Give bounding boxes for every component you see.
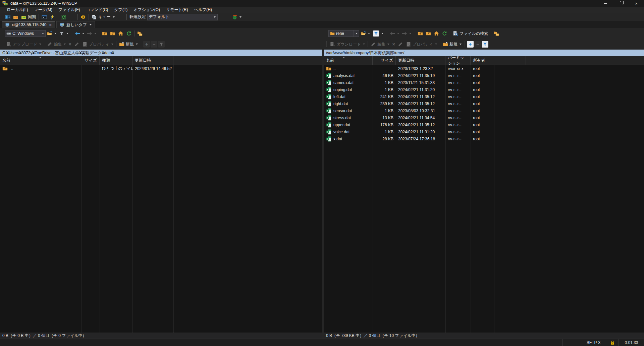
menu-item[interactable]: コマンド(C) <box>83 7 111 13</box>
remote-properties-button[interactable]: プロパティ <box>405 41 438 48</box>
remote-root-directory-button[interactable] <box>424 30 432 37</box>
remote-new-button[interactable]: 新規 <box>441 41 463 48</box>
combo-dropdown-button[interactable] <box>40 30 45 37</box>
synchronize-browsing-button[interactable] <box>12 14 20 20</box>
status-encryption[interactable] <box>606 339 619 346</box>
file-row[interactable]: right.dat239 KB2024/02/21 11:35:12rw-r--… <box>324 100 644 107</box>
file-row[interactable]: ..ひとつ上のディレクトリ2024/01/29 14:49:52 <box>0 65 322 72</box>
local-refresh-button[interactable] <box>125 30 133 37</box>
local-unselect-button[interactable]: − <box>151 41 157 48</box>
toolbar-grip[interactable] <box>77 14 78 20</box>
column-header-permissions[interactable]: パーミッション <box>445 56 471 65</box>
restore-button[interactable] <box>613 0 629 7</box>
local-home-directory-button[interactable] <box>117 30 125 37</box>
remote-parent-directory-button[interactable] <box>416 30 424 37</box>
file-row[interactable]: stress.dat13 KB2024/02/21 11:34:54rw-r--… <box>324 114 644 121</box>
toolbar-grip[interactable] <box>2 42 3 47</box>
upload-button[interactable]: アップロード <box>5 41 43 48</box>
file-row[interactable]: x.dat28 KB2023/07/24 17:36:18rw-r--r--ro… <box>324 135 644 142</box>
local-drive-combobox[interactable]: C: Windows <box>5 30 46 37</box>
local-copy-path-button[interactable] <box>136 30 144 37</box>
open-putty-button[interactable] <box>48 14 56 20</box>
column-header-owner[interactable]: 所有者 <box>471 56 494 65</box>
toolbar-grip[interactable] <box>141 42 142 47</box>
remote-forward-button[interactable] <box>400 30 413 37</box>
synchronize-button[interactable]: 同期 <box>20 13 37 20</box>
remote-unselect-button[interactable]: − <box>474 41 481 48</box>
combo-dropdown-button[interactable] <box>212 14 217 20</box>
remote-delete-button[interactable]: × <box>391 41 396 47</box>
file-row[interactable]: left.dat241 KB2024/02/21 11:35:12rw-r--r… <box>324 93 644 100</box>
close-button[interactable]: × <box>629 0 644 7</box>
remote-home-directory-button[interactable] <box>432 30 440 37</box>
column-header-name[interactable]: 名前 <box>324 56 373 65</box>
file-row[interactable]: sensor.dat1 KB2023/08/03 10:32:31rw-r--r… <box>324 107 644 114</box>
file-row[interactable]: upper.dat176 KB2024/02/21 11:35:12rw-r--… <box>324 121 644 128</box>
local-forward-button[interactable] <box>86 30 98 37</box>
remote-filter-button[interactable] <box>371 30 385 37</box>
toolbar-grip[interactable] <box>464 42 465 47</box>
menu-item[interactable]: ヘルプ(H) <box>191 7 215 13</box>
session-tab[interactable]: xi@133.55.115.240 × <box>2 21 55 28</box>
menu-item[interactable]: ファイル(F) <box>55 7 83 13</box>
local-root-directory-button[interactable] <box>109 30 117 37</box>
toolbar-grip[interactable] <box>386 31 387 36</box>
local-delete-button[interactable]: × <box>67 41 72 47</box>
local-new-button[interactable]: 新規 <box>118 41 139 48</box>
toolbar-grip[interactable] <box>414 31 415 36</box>
file-row[interactable]: ..2023/12/03 1:23:32rwxr-xr-xroot <box>324 65 644 72</box>
menu-item[interactable]: マーク(M) <box>31 7 56 13</box>
local-open-directory-button[interactable] <box>46 30 58 37</box>
local-path-bar[interactable]: C:¥Users¥8072y¥OneDrive - 富山県立大学¥実験データ¥d… <box>0 50 322 56</box>
tab-close-button[interactable]: × <box>49 22 52 27</box>
remote-path-bar[interactable]: /var/www/html/company/日本海倶楽部/rene/ <box>324 50 644 56</box>
file-row[interactable]: voice.dat1 KB2024/02/21 11:31:20rw-r--r-… <box>324 128 644 135</box>
toolbar-grip[interactable] <box>228 14 229 20</box>
minimize-button[interactable] <box>598 0 613 7</box>
local-selection-filter-button[interactable] <box>158 41 165 48</box>
remote-edit-button[interactable]: 編集 <box>369 41 391 48</box>
menu-item[interactable]: リモート(R) <box>163 7 191 13</box>
local-select-button[interactable]: + <box>143 41 150 48</box>
remote-select-button[interactable]: + <box>467 41 474 48</box>
new-tab-button[interactable]: 新しいタブ <box>56 21 95 28</box>
toolbar-grip[interactable] <box>2 31 3 36</box>
local-properties-button[interactable]: プロパティ <box>81 41 115 48</box>
refresh-session-button[interactable] <box>59 14 67 20</box>
find-files-button[interactable]: ファイルの検索 <box>451 30 489 37</box>
download-button[interactable]: ダウンロード <box>328 41 366 48</box>
column-header-type[interactable]: 種類 <box>100 56 132 65</box>
combo-dropdown-button[interactable] <box>354 30 358 37</box>
open-console-button[interactable] <box>40 14 48 20</box>
remote-back-button[interactable] <box>388 30 400 37</box>
remote-rename-button[interactable] <box>396 41 405 48</box>
local-back-button[interactable] <box>73 30 86 37</box>
column-header-date[interactable]: 更新日時 <box>132 56 173 65</box>
local-edit-button[interactable]: 編集 <box>46 41 67 48</box>
preferences-button[interactable] <box>79 14 87 20</box>
toolbar-grip[interactable] <box>71 31 72 36</box>
transfer-preset-combobox[interactable]: デフォルト <box>147 14 218 20</box>
remote-copy-path-button[interactable] <box>492 30 500 37</box>
local-parent-directory-button[interactable] <box>101 30 109 37</box>
toolbar-grip[interactable] <box>326 42 327 47</box>
menu-item[interactable]: ローカル(L) <box>4 7 31 13</box>
toolbar-grip[interactable] <box>326 31 327 36</box>
toolbar-grip[interactable] <box>1 14 2 20</box>
menu-item[interactable]: タブ(T) <box>111 7 130 13</box>
menu-item[interactable]: オプション(O) <box>130 7 163 13</box>
remote-open-directory-button[interactable] <box>359 30 371 37</box>
remote-selection-filter-button[interactable] <box>482 41 488 48</box>
menubar-grip[interactable] <box>1 7 2 12</box>
local-rename-button[interactable] <box>73 41 81 48</box>
column-header-size[interactable]: サイズ <box>81 56 100 65</box>
column-header-size[interactable]: サイズ <box>373 56 396 65</box>
file-row[interactable]: analysis.dat46 KB2024/02/21 11:35:19rw-r… <box>324 72 644 79</box>
column-header-name[interactable]: 名前 <box>0 56 81 65</box>
file-row[interactable]: coping.dat1 KB2024/02/21 11:31:20rw-r--r… <box>324 86 644 93</box>
toggle-panels-button[interactable] <box>4 14 12 20</box>
column-header-date[interactable]: 更新日時 <box>396 56 445 65</box>
file-row[interactable]: camera.dat1 KB2023/11/21 15:31:33rw-r--r… <box>324 79 644 86</box>
remote-directory-combobox[interactable]: rene <box>328 30 359 37</box>
toolbar-grip[interactable] <box>126 14 127 20</box>
